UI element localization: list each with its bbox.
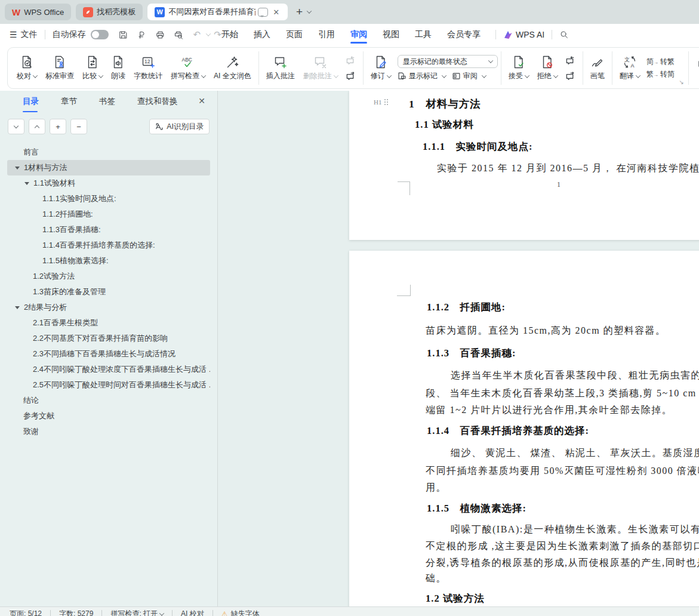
undo-chevron-icon[interactable]	[206, 31, 211, 36]
tab-find-replace[interactable]: 查找和替换	[137, 91, 178, 113]
delete-comment-button[interactable]: 删除批注	[299, 50, 342, 86]
compare-button[interactable]: 比较	[78, 50, 107, 86]
toc-item-substrate-selection[interactable]: 1.1.4百香果扦插培养基质的选择:	[7, 238, 210, 253]
group-expand-icon[interactable]: ↘	[679, 79, 683, 85]
print-icon[interactable]	[155, 30, 165, 40]
menu-reference[interactable]: 引用	[310, 24, 343, 45]
expand-all-button[interactable]	[29, 119, 45, 134]
menu-tools[interactable]: 工具	[407, 24, 439, 45]
next-comment-button[interactable]	[344, 69, 358, 82]
spell-check-button[interactable]: ABC 拼写检查	[167, 50, 210, 86]
translate-group: 文A 翻译 简→ 转繁 繁→ 转简 ↘	[615, 50, 685, 87]
wps-ai-button[interactable]: WPS AI	[503, 30, 544, 39]
zoom-in-toc-button[interactable]: +	[50, 119, 66, 134]
tab-wps-office[interactable]: W WPS Office	[5, 4, 71, 20]
word-count-indicator[interactable]: 字数: 5279	[59, 609, 93, 616]
svg-text:A: A	[630, 63, 634, 69]
previous-change-button[interactable]	[564, 54, 577, 67]
ai-polish-button[interactable]: AI 全文润色	[210, 50, 255, 86]
next-change-button[interactable]	[564, 69, 577, 82]
menu-membership[interactable]: 会员专享	[439, 24, 488, 45]
tab-document[interactable]: W 不同因素对百香果扦插育苗的 ✕	[147, 4, 288, 20]
toc-item-test-methods[interactable]: 1.2试验方法	[7, 269, 210, 284]
close-sidebar-icon[interactable]: ✕	[198, 96, 205, 106]
track-changes-button[interactable]: 修订	[367, 50, 395, 86]
collapse-triangle-icon[interactable]	[15, 306, 20, 309]
ai-recognize-toc-button[interactable]: AI识别目录	[149, 119, 210, 134]
review-pane-button[interactable]: 审阅	[452, 71, 486, 81]
accept-change-icon	[512, 55, 526, 69]
toc-item-rooting-types[interactable]: 2.1百香果生根类型	[7, 315, 210, 331]
new-tab-button[interactable]: +	[296, 5, 303, 19]
chevron-down-icon	[441, 73, 446, 78]
document-canvas[interactable]: H1 1 材料与方法 1.1 试验材料 1.1.1 实验时间及地点: 实验于 2…	[218, 91, 699, 606]
toc-item-preface[interactable]: 前言	[7, 144, 210, 160]
print-preview-icon[interactable]	[174, 30, 184, 40]
toc-item-substrate-effect[interactable]: 2.2不同基质下对百香果扦插育苗的影响	[7, 331, 210, 346]
toc-item-cuttings[interactable]: 1.1.3百香果插穗:	[7, 222, 210, 238]
toc-item-acknowledgements[interactable]: 致谢	[7, 424, 210, 439]
menu-view[interactable]: 视图	[375, 24, 407, 45]
collapse-all-button[interactable]	[8, 119, 24, 134]
menu-home[interactable]: 开始	[214, 24, 246, 45]
show-markup-button[interactable]: 显示标记	[398, 71, 446, 81]
undo-icon[interactable]: ↶	[193, 29, 201, 40]
heading-level-badge[interactable]: H1	[374, 98, 386, 106]
reject-button[interactable]: 拒绝	[533, 50, 562, 86]
menu-review[interactable]: 审阅	[343, 24, 375, 45]
to-traditional-button[interactable]: 简→ 转繁	[646, 57, 675, 67]
toc-item-results-analysis[interactable]: 2结果与分析	[7, 300, 210, 315]
missing-font-warning[interactable]: ⚠缺失字体	[221, 609, 260, 616]
file-menu[interactable]: 文件	[21, 29, 38, 40]
toc-item-hormone-selection[interactable]: 1.1.5植物激素选择:	[7, 253, 210, 269]
autosave-label: 自动保存	[53, 29, 86, 40]
zoom-out-toc-button[interactable]: −	[70, 119, 87, 134]
page-indicator[interactable]: 页面: 5/12	[10, 609, 42, 616]
search-icon[interactable]	[559, 30, 569, 39]
toc-item-iba-concentration[interactable]: 2.4不同吲哚丁酸处理浓度下百香果插穗生长与成活 ...	[7, 362, 210, 377]
translate-button[interactable]: 文A 翻译	[615, 50, 644, 86]
autosave-toggle[interactable]	[91, 30, 109, 39]
menu-page[interactable]: 页面	[278, 24, 310, 45]
tab-chapters[interactable]: 章节	[61, 91, 77, 113]
spellcheck-indicator[interactable]: 拼写检查: 打开	[110, 609, 164, 616]
restrict-edit-button[interactable]: 限	[692, 50, 699, 86]
standard-review-button[interactable]: 标准审查	[41, 50, 78, 86]
close-tab-icon[interactable]: ✕	[272, 8, 281, 17]
drag-handle-icon[interactable]	[384, 99, 386, 100]
read-aloud-button[interactable]: 朗读	[107, 50, 130, 86]
tab-toc[interactable]: 目录	[23, 91, 39, 113]
proofread-button[interactable]: 校对	[13, 50, 41, 86]
toc-item-time-place[interactable]: 1.1.1实验时间及地点:	[7, 191, 210, 207]
collapse-triangle-icon[interactable]	[24, 182, 29, 185]
tab-list-chevron-icon[interactable]	[307, 8, 312, 13]
doc-paragraph-line: 不定根的形成 ,这主要是因为生长激素刺激了插条的基部切口处细胞	[426, 540, 699, 553]
ai-proofread-button[interactable]: AI 校对	[181, 609, 204, 616]
ink-brush-button[interactable]: 画笔	[586, 50, 609, 86]
menu-insert[interactable]: 插入	[246, 24, 278, 45]
markup-state-select[interactable]: 显示标记的最终状态	[398, 55, 498, 68]
collapse-triangle-icon[interactable]	[15, 167, 20, 170]
export-pdf-icon[interactable]	[137, 30, 147, 40]
comment-bubble-icon[interactable]	[258, 8, 268, 17]
accept-button[interactable]: 接受	[504, 50, 533, 86]
document-page-5[interactable]: 1.1.2 扦插圃地: 苗床为遮阴。直径为 15cm,高为 20cm 的塑料容器…	[349, 251, 699, 606]
tab-docer-templates[interactable]: 找稻壳模板	[76, 4, 143, 20]
toc-item-conclusion[interactable]: 结论	[7, 393, 210, 408]
doc-heading-1-1: 1.1 试验材料	[415, 118, 474, 131]
word-count-button[interactable]: 12 字数统计	[130, 50, 167, 86]
toc-item-materials-methods[interactable]: 1材料与方法	[7, 160, 210, 175]
insert-comment-button[interactable]: 插入批注	[262, 50, 299, 86]
toc-item-cutting-nursery[interactable]: 1.1.2扦插圃地:	[7, 207, 210, 222]
chevron-down-icon	[333, 73, 338, 78]
previous-comment-button[interactable]	[344, 54, 358, 67]
toc-item-seedbed-management[interactable]: 1.3苗床的准备及管理	[7, 284, 210, 300]
document-page-4[interactable]: H1 1 材料与方法 1.1 试验材料 1.1.1 实验时间及地点: 实验于 2…	[349, 91, 699, 240]
tab-bookmarks[interactable]: 书签	[99, 91, 115, 113]
toc-item-iba-time[interactable]: 2.5不同吲哚丁酸处理时间对百香果插穗生长与成活 ...	[7, 377, 210, 393]
to-simplified-button[interactable]: 繁→ 转简	[646, 69, 675, 79]
save-icon[interactable]	[118, 30, 128, 40]
toc-item-cutting-growth[interactable]: 2.3不同插穗下百香果插穗生长与成活情况	[7, 346, 210, 362]
toc-item-references[interactable]: 参考文献	[7, 408, 210, 424]
toc-item-test-materials[interactable]: 1.1试验材料	[7, 175, 210, 191]
